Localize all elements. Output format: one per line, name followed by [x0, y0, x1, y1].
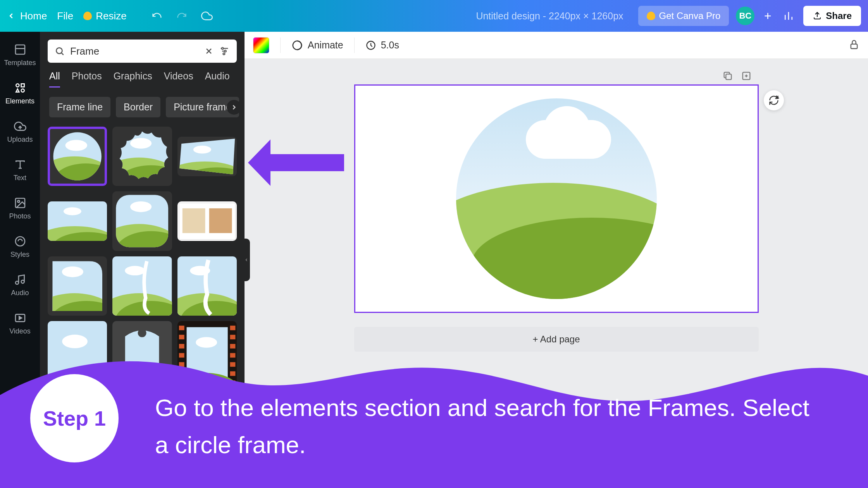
tab-videos[interactable]: Videos	[164, 70, 193, 88]
audio-icon	[13, 273, 27, 287]
svg-point-6	[16, 237, 25, 246]
file-label: File	[57, 10, 73, 22]
svg-point-57	[138, 329, 146, 337]
rail-styles[interactable]: Styles	[0, 227, 40, 266]
add-page-icon[interactable]	[741, 70, 752, 81]
svg-point-25	[193, 146, 211, 153]
svg-rect-0	[16, 45, 25, 54]
frame-corner[interactable]	[48, 256, 107, 316]
svg-rect-79	[726, 74, 731, 79]
frame-trapezoid[interactable]	[177, 137, 237, 176]
canvas-page[interactable]	[354, 84, 759, 313]
search-box[interactable]	[48, 40, 237, 63]
svg-rect-64	[179, 344, 184, 349]
svg-rect-69	[230, 326, 235, 330]
divider	[354, 38, 355, 53]
share-label: Share	[826, 10, 852, 21]
duration-button[interactable]: 5.0s	[365, 40, 399, 51]
rail-label: Audio	[11, 289, 29, 297]
rail-text[interactable]: Text	[0, 151, 40, 189]
refresh-button[interactable]	[764, 90, 784, 110]
svg-point-10	[56, 48, 62, 53]
divider	[280, 38, 281, 53]
share-button[interactable]: Share	[803, 6, 861, 26]
rail-elements[interactable]: Elements	[0, 74, 40, 112]
filter-tabs: All Photos Graphics Videos Audio	[40, 70, 245, 88]
chevron-left-icon	[7, 12, 16, 20]
svg-rect-2	[21, 84, 24, 87]
search-input[interactable]	[70, 45, 199, 57]
svg-rect-70	[230, 335, 235, 339]
frame-paint-1[interactable]	[112, 256, 172, 316]
uploads-icon	[13, 119, 27, 133]
crown-icon	[83, 12, 92, 20]
svg-rect-62	[179, 326, 184, 330]
color-picker[interactable]	[253, 37, 269, 53]
get-pro-button[interactable]: Get Canva Pro	[638, 6, 729, 26]
svg-point-12	[224, 50, 226, 52]
svg-point-45	[125, 266, 145, 275]
tutorial-arrow	[244, 136, 349, 191]
add-member-button[interactable]: +	[761, 10, 774, 22]
tab-photos[interactable]: Photos	[72, 70, 102, 88]
frame-circle[interactable]	[48, 127, 107, 186]
frame-preview	[177, 137, 237, 176]
chips-next[interactable]	[227, 100, 241, 115]
rail-templates[interactable]: Templates	[0, 36, 40, 74]
chip[interactable]: Frame line	[49, 97, 110, 117]
resize-button[interactable]: Resize	[83, 10, 126, 22]
insights-button[interactable]	[781, 8, 796, 24]
rail-label: Templates	[4, 59, 36, 67]
circle-frame-element[interactable]	[456, 98, 657, 299]
collapse-panel[interactable]	[243, 239, 250, 281]
lock-button[interactable]	[849, 39, 859, 52]
animate-button[interactable]: Animate	[291, 40, 343, 51]
duration-label: 5.0s	[381, 40, 399, 51]
frame-preview	[177, 256, 237, 316]
elements-icon	[13, 81, 27, 95]
rail-audio[interactable]: Audio	[0, 266, 40, 304]
frame-rect[interactable]	[48, 201, 107, 241]
clear-icon[interactable]	[204, 46, 214, 56]
frame-preview	[177, 201, 237, 241]
search-row	[40, 32, 245, 70]
tab-all[interactable]: All	[49, 70, 60, 88]
tutorial-text: Go to the elements section and search fo…	[155, 389, 814, 464]
home-button[interactable]: Home	[7, 10, 47, 22]
add-page-button[interactable]: + Add page	[354, 327, 759, 352]
duplicate-icon[interactable]	[722, 70, 733, 81]
svg-rect-78	[851, 44, 857, 48]
rail-uploads[interactable]: Uploads	[0, 112, 40, 151]
styles-icon	[13, 234, 27, 248]
frame-paint-2[interactable]	[177, 256, 237, 316]
suggestion-chips: Frame line Border Picture frame Li	[40, 88, 245, 123]
frame-photo-collage[interactable]	[177, 201, 237, 241]
tab-graphics[interactable]: Graphics	[114, 70, 152, 88]
document-title[interactable]: Untitled design - 868px × 488px	[476, 10, 623, 22]
cloud-icon[interactable]	[201, 10, 213, 22]
avatar[interactable]: BC	[736, 7, 754, 25]
undo-icon[interactable]	[152, 10, 162, 21]
svg-rect-63	[179, 335, 184, 339]
svg-rect-39	[209, 208, 232, 233]
svg-rect-71	[230, 344, 235, 349]
chevron-right-icon	[230, 103, 238, 111]
chip[interactable]: Border	[116, 97, 160, 117]
redo-icon[interactable]	[176, 10, 187, 21]
frame-preview	[112, 191, 172, 251]
filter-icon[interactable]	[219, 46, 230, 57]
rail-photos[interactable]: Photos	[0, 189, 40, 227]
frame-rounded[interactable]	[112, 191, 172, 251]
step-badge: Step 1	[30, 374, 119, 462]
svg-point-5	[17, 200, 19, 202]
rail-label: Elements	[5, 97, 34, 105]
file-button[interactable]: File	[57, 10, 73, 22]
svg-rect-38	[182, 208, 205, 233]
frame-scalloped[interactable]	[112, 127, 172, 186]
rail-videos[interactable]: Videos	[0, 304, 40, 342]
svg-point-8	[21, 280, 24, 283]
tab-audio[interactable]: Audio	[205, 70, 230, 88]
svg-point-13	[223, 53, 225, 55]
frame-preview	[50, 129, 105, 184]
svg-point-7	[16, 281, 19, 284]
